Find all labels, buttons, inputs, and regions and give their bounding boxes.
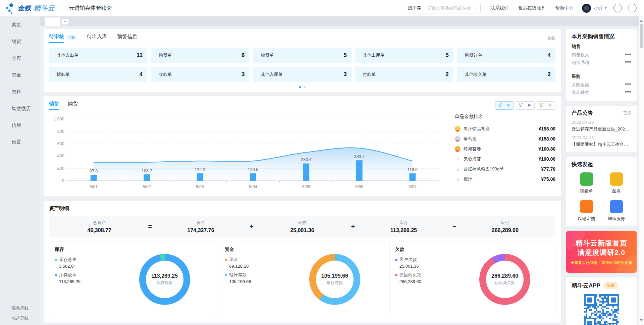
search-scope-label[interactable]: 搜库存 <box>408 5 421 11</box>
dark-nav-toggle[interactable]: 深色导航 <box>0 303 40 314</box>
user-menu[interactable]: 小乔 <box>582 4 607 13</box>
browser-tabstrip <box>40 16 644 26</box>
pending-cards: 其他支出单11 购货单6 销货单5 其他出库单5 购货订单4 拆卸单4 收款单3… <box>49 48 555 82</box>
legend-dot <box>225 274 227 276</box>
carousel-dot-1[interactable] <box>299 86 301 88</box>
home-tab[interactable] <box>45 17 60 26</box>
svg-text:5/01: 5/01 <box>90 184 98 189</box>
search-input[interactable] <box>427 5 473 11</box>
silver-medal-icon: 2 <box>455 136 461 142</box>
svg-text:5/06: 5/06 <box>355 184 363 189</box>
card-other-expense[interactable]: 其他支出单11 <box>49 48 147 63</box>
sidebar-item-data[interactable]: 资料 <box>0 84 40 100</box>
sidebar-item-credit[interactable]: 信用 <box>0 117 40 134</box>
svg-text:330.7: 330.7 <box>354 154 365 159</box>
search-icon[interactable] <box>473 6 478 10</box>
masked-value: *** <box>625 60 631 65</box>
after-sales-service-link[interactable]: 售后在线服务 <box>517 5 545 11</box>
card-disassembly[interactable]: 拆卸单4 <box>49 67 147 82</box>
svg-text:5/04: 5/04 <box>249 184 257 189</box>
pending-count-badge: 49 <box>66 35 77 41</box>
ranking-item[interactable]: 2葡萄酒¥158.00 <box>455 134 555 144</box>
carousel-dots <box>49 86 555 88</box>
brand-logo-icon <box>5 2 15 14</box>
product-ranking: 单品金额排名 1果汁饮品礼盒¥198.00 2葡萄酒¥158.00 3烤海苔卷¥… <box>449 113 555 193</box>
sidebar-item-purchase[interactable]: 购货 <box>0 16 40 33</box>
gold-medal-icon: 1 <box>455 126 461 132</box>
card-purchase-bill[interactable]: 购货单6 <box>151 48 249 63</box>
tab-sales-trend[interactable]: 销货 <box>49 101 59 110</box>
tab-pending-approval[interactable]: 待审核 49 <box>49 34 77 43</box>
app-header: 金蝶 精斗云 云进销存体验账套 搜库存 联系我们 售后在线服务 帮助中心 小乔 <box>0 0 644 16</box>
range-year-button[interactable]: 近一年 <box>537 101 555 110</box>
tab-pending-inout[interactable]: 待出入库 <box>87 34 107 43</box>
tab-warning-info[interactable]: 预警信息 <box>117 34 137 43</box>
tab-dropdown-button[interactable] <box>62 19 68 24</box>
user-name: 小乔 <box>594 5 603 11</box>
quick-action-transfer[interactable]: 调拨单 <box>572 172 601 194</box>
assets-summary-strip: 总资产46,308.77 = 资金174,327.76 + 应收25,001.3… <box>49 216 555 237</box>
svg-text:200: 200 <box>57 166 64 171</box>
announcement-link[interactable]: 【重要通知】精斗云工作台域... <box>572 142 631 148</box>
card-payment[interactable]: 付款单2 <box>355 67 453 82</box>
quick-action-value-added[interactable]: 增值服务 <box>601 200 631 222</box>
logout-button[interactable] <box>628 4 637 12</box>
svg-text:119.6: 119.6 <box>408 167 418 172</box>
svg-text:400: 400 <box>57 154 64 159</box>
sidebar-item-warehouse[interactable]: 仓库 <box>0 50 40 67</box>
switch-back-button[interactable] <box>613 4 622 12</box>
scroll-thumb[interactable] <box>640 23 643 48</box>
monthly-summary-panel: 本月采购销售情况 销售 销售收入*** 销售毛利*** 采购 采购金额*** 商… <box>566 29 637 101</box>
bronze-medal-icon: 3 <box>455 146 461 152</box>
legend-dot <box>225 259 227 261</box>
ranking-item[interactable]: 1果汁饮品礼盒¥198.00 <box>455 124 555 134</box>
ranking-item[interactable]: 3烤海苔卷¥100.80 <box>455 144 555 154</box>
quick-action-buy-to-sell[interactable]: 以销定购 <box>572 200 601 222</box>
card-other-outbound[interactable]: 其他出库单5 <box>355 48 453 63</box>
svg-text:5/07: 5/07 <box>409 184 417 189</box>
carousel-dot-2[interactable] <box>304 86 306 88</box>
scroll-down-arrow[interactable] <box>640 319 643 323</box>
inventory-search[interactable]: 搜库存 <box>405 3 481 13</box>
ranking-item[interactable]: 4夹心海苔¥100.00 <box>455 154 555 164</box>
sidebar-item-settings[interactable]: 设置 <box>0 134 40 151</box>
refresh-button[interactable]: 刷新 <box>546 36 555 41</box>
more-link[interactable]: 更多 <box>623 110 631 116</box>
ranking-item[interactable]: 6橙汁¥75.00 <box>455 174 555 184</box>
funds-donut-card: 资金 现金 69,128.10 银行存款 105,199.66 105,199.… <box>219 241 385 317</box>
quick-actions-panel: 快速发起 调拨单 盘点 以销定购 增值服务 <box>566 157 637 226</box>
card-purchase-order[interactable]: 购货订单4 <box>457 48 555 63</box>
card-other-inbound[interactable]: 其他入库单3 <box>253 67 351 82</box>
ranking-item[interactable]: 5西红柿意粉酱190g*6¥77.70 <box>455 164 555 174</box>
scrollbar[interactable] <box>639 16 644 325</box>
svg-text:800: 800 <box>57 129 64 134</box>
svg-text:103.2: 103.2 <box>142 168 152 173</box>
svg-text:122.2: 122.2 <box>195 167 205 172</box>
svg-text:0: 0 <box>62 178 64 183</box>
help-center-link[interactable]: 帮助中心 <box>553 5 573 11</box>
tab-purchase-trend[interactable]: 购货 <box>68 101 78 110</box>
quick-action-stocktake[interactable]: 盘点 <box>601 172 631 194</box>
sidebar-item-smart-store[interactable]: 智慧微店 <box>0 100 40 117</box>
svg-text:1,000: 1,000 <box>54 117 64 121</box>
range-week-button[interactable]: 近一周 <box>495 101 514 110</box>
trend-panel: 销货 购货 近一周 近一月 近一年 02004006008001,0005/01… <box>44 96 561 196</box>
range-month-button[interactable]: 近一月 <box>516 101 535 110</box>
scroll-up-arrow[interactable] <box>640 18 643 22</box>
card-sales-bill[interactable]: 销货单5 <box>253 48 351 63</box>
survey-banner[interactable]: 精斗云新版首页 满意度调研2.0 全新首页已到来 期待收到您的反馈 <box>566 231 637 273</box>
contact-us-link[interactable]: 联系我们 <box>489 5 508 11</box>
card-receipt[interactable]: 收款单3 <box>151 67 249 82</box>
debt-donut-card: 欠款 客户欠款 25,001.36 供应商欠款 266,289.60 266,2… <box>389 241 555 317</box>
divider <box>572 70 631 70</box>
avatar[interactable] <box>582 4 591 13</box>
inventory-donut-chart[interactable]: 113,269.25库存成本 <box>139 254 190 305</box>
card-other-income[interactable]: 其他收入单2 <box>457 67 555 82</box>
sidebar-item-funds[interactable]: 资金 <box>0 67 40 84</box>
debt-donut-chart[interactable]: 266,289.60供应商欠款 <box>479 254 530 305</box>
chevron-down-icon <box>64 21 66 23</box>
sidebar-item-sales[interactable]: 销货 <box>0 33 40 50</box>
collapse-nav-toggle[interactable]: 收起导航 <box>0 313 40 324</box>
funds-donut-chart[interactable]: 105,199.66银行存款 <box>309 254 360 305</box>
announcement-link[interactable]: 云进销存产品更新公告_20220... <box>572 126 631 132</box>
